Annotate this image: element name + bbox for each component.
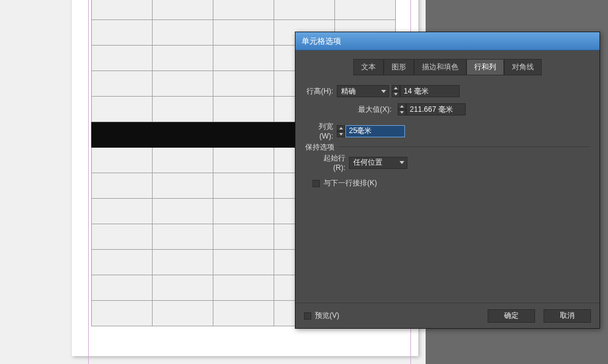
keep-with-next-label: 与下一行接排(K) xyxy=(323,178,377,188)
tab-diagonal[interactable]: 对角线 xyxy=(504,59,542,75)
chevron-down-icon xyxy=(381,90,386,93)
col-width-value: 25毫米 xyxy=(349,126,371,136)
guide-left xyxy=(88,0,89,364)
chevron-down-icon xyxy=(399,161,404,164)
tab-shape[interactable]: 图形 xyxy=(384,59,414,75)
spinner-up[interactable] xyxy=(392,85,400,91)
row-height-mode-select[interactable]: 精确 xyxy=(337,85,389,97)
tab-stroke-fill[interactable]: 描边和填色 xyxy=(414,59,466,75)
keep-options-legend: 保持选项 xyxy=(305,142,338,153)
arrow-down-icon xyxy=(394,93,398,95)
tab-text[interactable]: 文本 xyxy=(353,59,384,75)
row-height-max-value: 211.667 毫米 xyxy=(410,105,453,115)
start-row-value: 任何位置 xyxy=(353,157,382,168)
arrow-down-icon xyxy=(400,111,404,114)
col-width-label: 列宽(W): xyxy=(305,122,337,140)
keep-with-next-row: 与下一行接排(K) xyxy=(313,178,582,188)
start-row-row: 起始行(R): 任何位置 xyxy=(313,153,582,172)
arrow-up-icon xyxy=(339,127,343,129)
spinner-down[interactable] xyxy=(392,91,400,97)
row-height-input[interactable]: 14 毫米 xyxy=(400,85,460,97)
row-height-mode-value: 精确 xyxy=(341,86,356,97)
cancel-button[interactable]: 取消 xyxy=(544,309,591,323)
start-row-select[interactable]: 任何位置 xyxy=(349,157,407,169)
row-height-label: 行高(H): xyxy=(305,86,337,97)
col-width-row: 列宽(W): 25毫米 xyxy=(305,122,590,140)
dialog-footer: 预览(V) 确定 取消 xyxy=(295,303,599,328)
spinner-up[interactable] xyxy=(337,125,345,131)
arrow-up-icon xyxy=(400,105,404,108)
spinner-up[interactable] xyxy=(398,103,406,109)
dialog-title: 单元格选项 xyxy=(302,36,341,47)
arrow-up-icon xyxy=(394,87,398,89)
tab-rows-cols[interactable]: 行和列 xyxy=(466,59,504,75)
ok-button[interactable]: 确定 xyxy=(488,309,535,323)
row-height-max-input[interactable]: 211.667 毫米 xyxy=(406,103,466,115)
table-row[interactable] xyxy=(92,0,396,20)
row-height-row: 行高(H): 精确 14 毫米 xyxy=(305,85,590,97)
row-height-max-spinner[interactable] xyxy=(398,103,406,115)
row-height-value: 14 毫米 xyxy=(404,86,429,97)
cell-options-dialog: 单元格选项 文本 图形 描边和填色 行和列 对角线 行高(H): 精确 14 毫… xyxy=(295,32,600,329)
keep-with-next-checkbox[interactable] xyxy=(313,180,320,187)
keep-options-fieldset: 保持选项 起始行(R): 任何位置 与下一行接排(K) xyxy=(305,146,590,196)
row-height-max-label: 最大值(X): xyxy=(305,105,395,115)
arrow-down-icon xyxy=(339,133,343,136)
start-row-label: 起始行(R): xyxy=(313,153,349,172)
row-height-max-row: 最大值(X): 211.667 毫米 xyxy=(305,103,590,115)
preview-label: 预览(V) xyxy=(315,311,339,321)
dialog-tabs: 文本 图形 描边和填色 行和列 对角线 xyxy=(305,59,590,75)
col-width-spinner[interactable] xyxy=(337,125,345,137)
spinner-down[interactable] xyxy=(337,131,345,137)
row-height-spinner[interactable] xyxy=(392,85,400,97)
preview-wrapper: 预览(V) xyxy=(304,311,339,321)
dialog-body: 文本 图形 描边和填色 行和列 对角线 行高(H): 精确 14 毫米 最大值(… xyxy=(295,50,599,303)
preview-checkbox[interactable] xyxy=(304,312,311,320)
spinner-down[interactable] xyxy=(398,109,406,115)
col-width-input[interactable]: 25毫米 xyxy=(345,125,405,137)
dialog-titlebar[interactable]: 单元格选项 xyxy=(295,32,599,50)
